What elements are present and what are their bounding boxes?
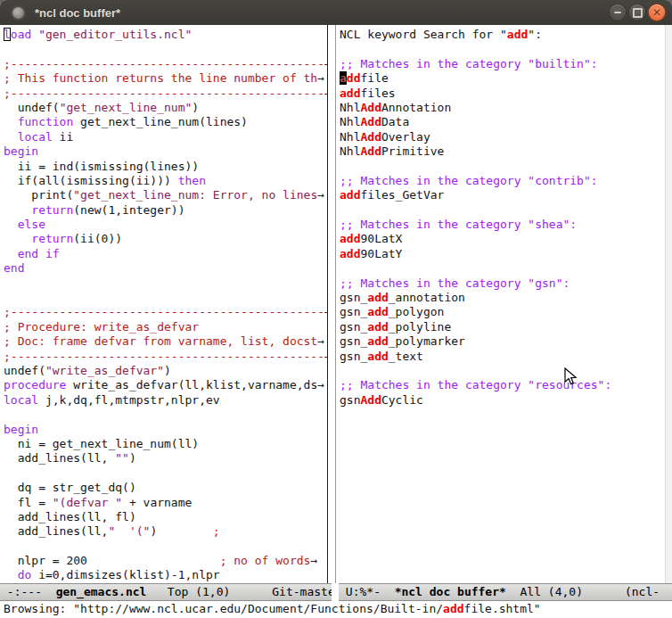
minibuffer[interactable]: Browsing: "http://www.ncl.ucar.edu/Docum… [0, 601, 672, 618]
code-segment: oad [11, 28, 38, 41]
code-segment: files [360, 87, 395, 100]
code-segment: ; Procedure: write_as_defvar [4, 320, 199, 334]
code-segment: 90LatX [360, 232, 402, 245]
app-icon [12, 7, 24, 19]
emacs-window: *ncl doc buffer* ✕ load "gen_editor_util… [0, 0, 672, 618]
code-line: NhlAddAnnotation [340, 101, 665, 115]
code-line [340, 364, 665, 378]
titlebar[interactable]: *ncl doc buffer* ✕ [0, 0, 672, 25]
code-line: fl = "(defvar " + varname [4, 496, 327, 510]
code-line: end if [4, 247, 327, 261]
code-segment: gsn_ [340, 334, 367, 348]
code-segment: (new(1,integer)) [73, 203, 184, 217]
close-icon: ✕ [652, 7, 661, 18]
code-line: end [4, 261, 327, 276]
right-scrollbar[interactable] [665, 25, 672, 583]
code-line: ;; Matches in the category "gsn": [340, 276, 665, 291]
code-line: add_lines(ll, fl) [4, 510, 327, 524]
modeline-right: U:%*- *ncl doc buffer* All (4,0) (ncl- [339, 583, 672, 601]
code-segment: do [18, 568, 32, 581]
close-button[interactable]: ✕ [649, 4, 665, 21]
code-line: ;---------------------------------------… [4, 350, 327, 364]
code-segment: ; This function returns the line number … [4, 71, 317, 85]
maximize-icon [633, 8, 643, 18]
code-segment: ;; Matches in the category "resources": [340, 378, 611, 391]
code-line: begin [4, 144, 327, 159]
code-line [4, 540, 327, 554]
code-segment: ;; Matches in the category "shea": [340, 218, 577, 231]
code-segment: gsn_ [340, 350, 367, 363]
code-segment: gen_emacs.ncl [56, 585, 147, 598]
code-line: return(new(1,integer)) [4, 203, 327, 218]
code-line: gsnAddCyclic [340, 393, 665, 408]
code-segment: add [340, 188, 360, 202]
code-segment: ii = ind(ismissing(lines)) [4, 160, 199, 173]
code-segment: Nhl [340, 115, 360, 128]
code-segment: → [317, 334, 324, 348]
code-segment [4, 568, 18, 581]
code-segment: add_lines(ll, [4, 451, 115, 465]
code-segment: dq = str_get_dq() [4, 481, 136, 494]
code-segment: Add [360, 130, 381, 144]
editor-area: load "gen_editor_utils.ncl" ;-----------… [0, 25, 672, 583]
code-line: ;---------------------------------------… [4, 57, 327, 71]
code-segment: local [18, 130, 53, 144]
code-segment: add [367, 305, 388, 318]
code-line: ;; Matches in the category "shea": [340, 218, 665, 232]
code-segment: function [18, 115, 74, 128]
code-segment: "" [115, 451, 129, 465]
code-line: gsn_add_annotation [340, 291, 665, 305]
window-controls: ✕ [610, 4, 665, 21]
code-line [340, 42, 665, 56]
minimize-button[interactable] [610, 4, 626, 21]
code-segment: Add [360, 393, 381, 407]
code-segment: add [340, 87, 360, 100]
code-segment: Browsing: "http://www.ncl.ucar.edu/Docum… [4, 602, 443, 615]
code-line: gsn_add_polyline [340, 320, 665, 334]
window-divider[interactable] [328, 25, 336, 583]
code-segment: then [178, 174, 206, 187]
code-line: gsn_add_polymarker [340, 334, 665, 349]
text-cursor: l [4, 28, 11, 41]
code-segment: ; [213, 524, 220, 538]
code-segment: gsn [340, 393, 360, 407]
code-segment: undef( [4, 364, 45, 377]
code-segment: Git-maste [272, 585, 332, 598]
code-segment: ; no of words [220, 554, 311, 567]
code-line: ; This function returns the line number … [4, 71, 327, 86]
code-line [340, 160, 665, 174]
code-segment: return [31, 203, 73, 217]
code-line: local j,k,dq,fl,mtmpstr,nlpr,ev [4, 393, 327, 408]
code-segment: return [31, 232, 73, 245]
right-buffer-ncl-doc[interactable]: NCL keyword Search for "add": ;; Matches… [336, 25, 665, 583]
left-buffer-gen-emacs-ncl[interactable]: load "gen_editor_utils.ncl" ;-----------… [0, 25, 328, 583]
code-line: add90LatX [340, 232, 665, 246]
minimize-icon [614, 12, 621, 13]
maximize-button[interactable] [629, 4, 645, 21]
code-segment: (ncl- [625, 585, 660, 598]
code-line [4, 291, 327, 305]
code-line: NhlAddPrimitive [340, 144, 665, 159]
code-segment: Data [381, 115, 409, 128]
code-segment: end [4, 261, 24, 275]
code-line: ni = get_next_line_num(ll) [4, 437, 327, 451]
code-line: ;; Matches in the category "resources": [340, 378, 665, 392]
code-segment: ;---------------------------------------… [4, 57, 324, 70]
code-segment: All (4,0) [506, 585, 625, 598]
code-segment: Overlay [381, 130, 430, 144]
code-segment [4, 218, 18, 231]
code-segment: " '(" [108, 524, 150, 538]
code-segment: "get_next_line_num: Error, no lines [73, 188, 317, 202]
code-segment: add_lines(ll, [4, 524, 108, 538]
code-line: return(ii(0)) [4, 232, 327, 246]
code-line [4, 466, 327, 481]
code-line: gsn_add_polygon [340, 305, 665, 319]
code-line: addfile [340, 71, 665, 86]
code-line [340, 261, 665, 276]
code-line: addfiles_GetVar [340, 188, 665, 202]
code-segment: Nhl [340, 101, 360, 114]
code-segment: i=0,dimsizes(klist)-1,nlpr [31, 568, 219, 581]
modeline-gap [332, 583, 339, 601]
code-segment: file.shtml" [464, 602, 541, 615]
code-segment: j,k,dq,fl,mtmpstr,nlpr,ev [38, 393, 220, 407]
